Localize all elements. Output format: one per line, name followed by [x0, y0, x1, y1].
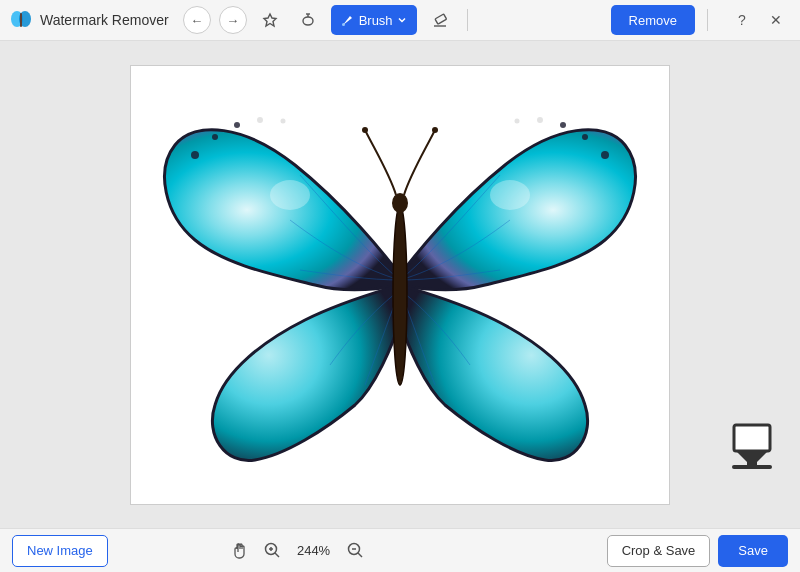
zoom-controls: 244% — [227, 538, 368, 564]
forward-button[interactable]: → — [219, 6, 247, 34]
lasso-icon — [300, 12, 316, 28]
zoom-out-icon — [347, 542, 364, 559]
star-icon-button[interactable] — [255, 5, 285, 35]
svg-point-18 — [560, 122, 566, 128]
svg-point-23 — [362, 127, 368, 133]
window-controls: ? ✕ — [728, 6, 790, 34]
svg-point-4 — [303, 17, 313, 25]
svg-point-21 — [393, 205, 407, 385]
svg-rect-30 — [732, 465, 772, 469]
svg-rect-2 — [20, 13, 22, 27]
chevron-down-icon — [397, 15, 407, 25]
svg-point-13 — [234, 122, 240, 128]
svg-point-16 — [601, 151, 609, 159]
svg-point-12 — [212, 134, 218, 140]
hand-pan-button[interactable] — [227, 538, 253, 564]
zoom-in-button[interactable] — [259, 538, 285, 564]
svg-rect-8 — [435, 14, 447, 24]
lasso-icon-button[interactable] — [293, 5, 323, 35]
titlebar: Watermark Remover ← → Brush — [0, 0, 800, 41]
butterfly-image — [145, 75, 655, 495]
svg-marker-3 — [264, 14, 276, 26]
bottombar: New Image 244% Crop & Save — [0, 528, 800, 572]
eraser-icon-button[interactable] — [425, 5, 455, 35]
main-canvas-area — [0, 41, 800, 528]
hand-icon — [231, 542, 249, 560]
zoom-in-icon — [264, 542, 281, 559]
svg-point-17 — [582, 134, 588, 140]
eraser-icon — [432, 12, 448, 28]
app-icon — [10, 9, 32, 31]
svg-point-20 — [515, 118, 520, 123]
new-image-button[interactable]: New Image — [12, 535, 108, 567]
svg-rect-27 — [734, 425, 770, 451]
star-icon — [262, 12, 278, 28]
crop-save-button[interactable]: Crop & Save — [607, 535, 711, 567]
toolbar-separator-2 — [707, 9, 708, 31]
svg-point-7 — [342, 23, 345, 26]
svg-line-37 — [358, 553, 362, 557]
download-arrow-icon — [728, 423, 776, 480]
brush-button[interactable]: Brush — [331, 5, 417, 35]
svg-point-11 — [191, 151, 199, 159]
app-title: Watermark Remover — [40, 12, 169, 28]
remove-button[interactable]: Remove — [611, 5, 695, 35]
bottom-right-buttons: Crop & Save Save — [607, 535, 788, 567]
brush-icon — [341, 13, 355, 27]
svg-rect-29 — [747, 451, 757, 467]
svg-point-14 — [257, 117, 263, 123]
image-canvas[interactable] — [130, 65, 670, 505]
toolbar-separator — [467, 9, 468, 31]
svg-point-22 — [392, 193, 408, 213]
svg-point-26 — [490, 180, 530, 210]
back-button[interactable]: ← — [183, 6, 211, 34]
zoom-out-button[interactable] — [342, 538, 368, 564]
svg-point-19 — [537, 117, 543, 123]
svg-point-24 — [432, 127, 438, 133]
help-button[interactable]: ? — [728, 6, 756, 34]
svg-marker-28 — [736, 451, 768, 467]
svg-point-25 — [270, 180, 310, 210]
svg-line-34 — [275, 553, 279, 557]
close-button[interactable]: ✕ — [762, 6, 790, 34]
zoom-level: 244% — [291, 543, 336, 558]
svg-point-15 — [281, 118, 286, 123]
save-button[interactable]: Save — [718, 535, 788, 567]
